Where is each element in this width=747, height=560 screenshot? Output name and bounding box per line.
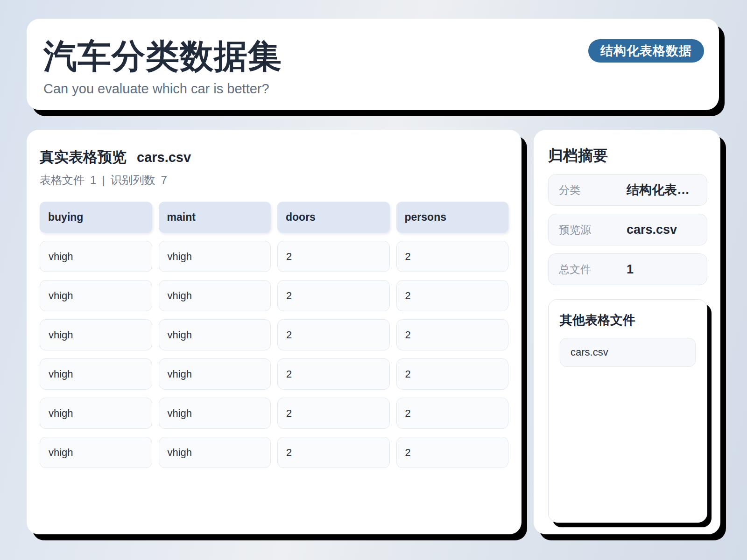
table-cell: vhigh [40, 398, 152, 429]
table-cell: vhigh [159, 319, 271, 350]
table-cell: vhigh [40, 358, 152, 390]
preview-meta: 表格文件 1 | 识别列数 7 [40, 173, 508, 188]
table-column-header: maint [159, 202, 271, 233]
table-cell: vhigh [159, 398, 271, 429]
summary-value: cars.csv [627, 223, 697, 237]
summary-value: 1 [627, 262, 697, 277]
summary-row-total-files: 总文件 1 [548, 253, 707, 285]
header-card: 汽车分类数据集 Can you evaluate which car is be… [27, 19, 719, 110]
table-cell: vhigh [40, 241, 152, 272]
table-cell: vhigh [159, 358, 271, 390]
archive-summary-title: 归档摘要 [548, 146, 707, 166]
table-cell: vhigh [40, 280, 152, 311]
file-list-item[interactable]: cars.csv [560, 338, 696, 367]
summary-label: 总文件 [559, 262, 627, 277]
table-cell: 2 [396, 437, 509, 468]
summary-label: 分类 [559, 183, 627, 197]
table-cell: 2 [277, 241, 390, 272]
other-files-list: cars.csv [560, 338, 696, 367]
preview-title: 真实表格预览 [40, 147, 127, 167]
meta-separator: | [102, 174, 105, 187]
summary-row-preview-source: 预览源 cars.csv [548, 214, 707, 245]
columns-count-label: 识别列数 [111, 173, 155, 188]
category-badge: 结构化表格数据 [588, 39, 704, 63]
table-cell: 2 [277, 437, 390, 468]
summary-label: 预览源 [559, 223, 627, 237]
table-cell: 2 [396, 319, 509, 350]
columns-count-value: 7 [161, 174, 167, 187]
summary-value: 结构化表格数据 [627, 182, 697, 198]
preview-title-row: 真实表格预览 cars.csv [40, 147, 508, 167]
table-cell: 2 [277, 398, 390, 429]
table-cell: vhigh [159, 437, 271, 468]
files-count-label: 表格文件 [40, 173, 85, 188]
table-column-header: buying [40, 202, 152, 233]
other-files-card: 其他表格文件 cars.csv [548, 299, 707, 523]
table-cell: vhigh [159, 241, 271, 272]
table-cell: vhigh [40, 319, 152, 350]
table-column-header: persons [396, 202, 509, 233]
table-column-header: doors [277, 202, 390, 233]
table-cell: 2 [396, 358, 509, 390]
table-cell: 2 [396, 280, 509, 311]
table-cell: 2 [396, 241, 509, 272]
table-cell: 2 [396, 398, 509, 429]
preview-table: buyingmaintdoorspersonsvhighvhigh22vhigh… [40, 202, 508, 468]
table-cell: 2 [277, 319, 390, 350]
other-files-title: 其他表格文件 [560, 312, 696, 329]
table-cell: vhigh [159, 280, 271, 311]
files-count-value: 1 [90, 174, 96, 187]
page-subtitle: Can you evaluate which car is better? [43, 81, 700, 97]
summary-row-category: 分类 结构化表格数据 [548, 174, 707, 206]
table-preview-card: 真实表格预览 cars.csv 表格文件 1 | 识别列数 7 buyingma… [27, 130, 521, 534]
preview-filename: cars.csv [137, 150, 191, 165]
archive-summary-card: 归档摘要 分类 结构化表格数据 预览源 cars.csv 总文件 1 其他表格文… [534, 130, 720, 534]
table-cell: vhigh [40, 437, 152, 468]
table-cell: 2 [277, 280, 390, 311]
table-cell: 2 [277, 358, 390, 390]
